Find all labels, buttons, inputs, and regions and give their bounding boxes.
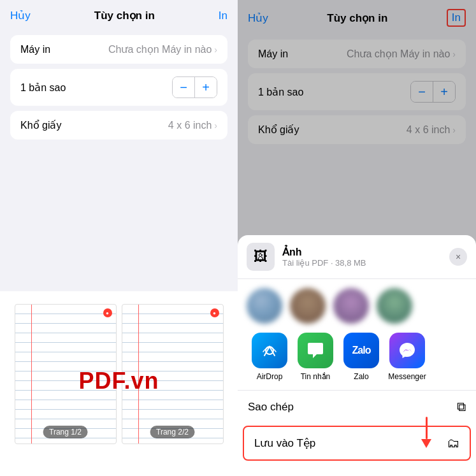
left-copies-label: 1 bản sao [20,82,66,94]
copies-plus-button[interactable]: + [195,77,217,97]
share-file-title: Ảnh [282,246,442,258]
messages-icon [298,333,333,368]
apps-row: AirDrop Tin nhắn Zalo Zalo [238,333,476,390]
right-panel: Hủy Tùy chọn in In Máy in Chưa chọn Máy … [238,0,476,476]
copy-action-icon: ⧉ [457,400,466,414]
chevron-right-icon: › [214,45,217,55]
share-file-icon: 🖼 [247,243,275,271]
left-header: Hủy Tùy chọn in In [0,0,238,30]
share-sheet: 🖼 Ảnh Tài liệu PDF · 38,8 MB × [238,235,476,476]
left-printer-value: Chưa chọn Máy in nào › [108,43,217,55]
left-cancel-button[interactable]: Hủy [10,9,31,22]
copy-action-label: Sao chép [248,401,294,414]
left-print-button[interactable]: In [219,10,227,22]
person-avatar-4[interactable] [377,288,412,324]
corner-icon-1: ● [103,308,112,317]
left-title: Tùy chọn in [94,9,155,22]
messenger-label: Messenger [388,372,426,381]
copies-stepper[interactable]: − + [172,76,217,98]
app-item-messages[interactable]: Tin nhắn [292,333,338,381]
page-label-2: Trang 2/2 [150,426,195,438]
share-file-subtitle: Tài liệu PDF · 38,8 MB [282,258,442,268]
share-close-button[interactable]: × [449,248,467,266]
left-paper-card[interactable]: Khổ giấy 4 x 6 inch › [10,111,227,140]
share-header: 🖼 Ảnh Tài liệu PDF · 38,8 MB × [238,235,476,279]
pdf-watermark: PDF.vn [78,368,159,394]
save-to-files-label: Lưu vào Tệp [254,436,315,450]
left-panel: Hủy Tùy chọn in In Máy in Chưa chọn Máy … [0,0,238,476]
page-label-1: Trang 1/2 [43,426,88,438]
save-to-files-icon: 🗂 [447,436,459,451]
copies-minus-button[interactable]: − [173,77,194,97]
app-item-messenger[interactable]: Messenger [384,333,430,381]
left-paper-value: 4 x 6 inch › [168,120,217,131]
app-item-airdrop[interactable]: AirDrop [247,333,292,381]
zalo-label: Zalo [354,372,368,381]
people-row [238,279,476,333]
share-title-block: Ảnh Tài liệu PDF · 38,8 MB [282,246,442,268]
left-printer-row[interactable]: Máy in Chưa chọn Máy in nào › [10,35,227,64]
airdrop-label: AirDrop [257,372,283,381]
zalo-icon: Zalo [343,333,379,368]
airdrop-icon [252,333,287,368]
copy-action-row[interactable]: Sao chép ⧉ [238,390,476,423]
left-paper-label: Khổ giấy [20,119,61,131]
person-avatar-3[interactable] [333,288,369,324]
messenger-icon [389,333,425,368]
left-preview-section: PDF.vn ● Trang 1/2 ● Trang 2/2 [0,291,238,476]
left-printer-card[interactable]: Máy in Chưa chọn Máy in nào › [10,35,227,64]
chevron-right-icon: › [214,120,217,131]
corner-icon-2: ● [210,308,219,317]
messages-label: Tin nhắn [301,372,331,381]
person-avatar-2[interactable] [290,288,326,324]
person-avatar-1[interactable] [247,288,282,324]
left-copies-card: 1 bản sao − + [10,69,227,106]
app-item-zalo[interactable]: Zalo Zalo [338,333,384,381]
save-to-files-action-row[interactable]: Lưu vào Tệp 🗂 [243,426,471,461]
left-printer-label: Máy in [20,44,50,55]
